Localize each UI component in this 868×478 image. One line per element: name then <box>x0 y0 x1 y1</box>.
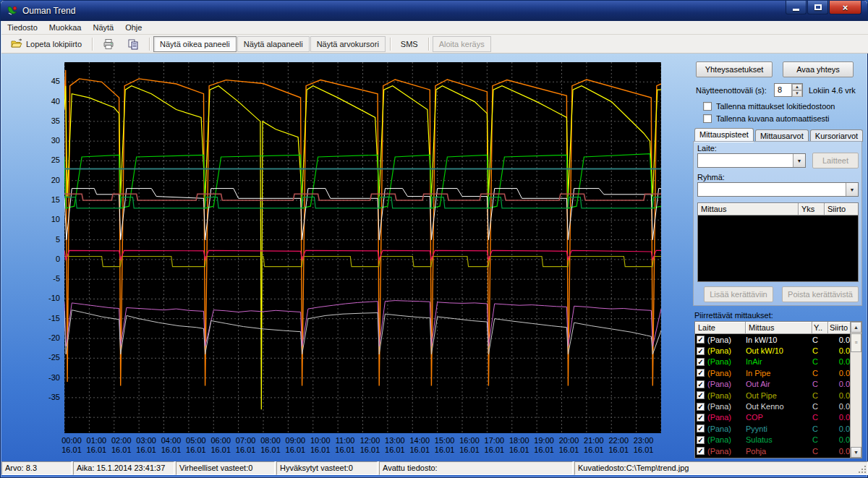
status-bar: Arvo: 8.3 Aika: 15.1.2014 23:41:37 Virhe… <box>1 461 868 475</box>
sms-button[interactable]: SMS <box>394 36 425 52</box>
row-checkbox[interactable]: ✓ <box>697 347 705 355</box>
connection-settings-label: Yhteysasetukset <box>705 65 764 74</box>
row-measurement: Pohja <box>746 447 812 456</box>
stepper-down-icon[interactable]: ▼ <box>792 90 802 97</box>
row-checkbox[interactable]: ✓ <box>697 380 705 388</box>
resize-grip[interactable] <box>858 465 867 474</box>
plotted-measurement-row[interactable]: ✓(Pana)InAirC0.0 <box>695 357 850 367</box>
row-checkbox[interactable]: ✓ <box>697 424 705 432</box>
row-unit: C <box>812 346 828 355</box>
toggle-right-panel-label: Näytä oikea paneeli <box>160 40 230 48</box>
save-image-label: Tallenna kuvana automaattisesti <box>716 114 830 123</box>
chevron-down-icon[interactable]: ▼ <box>793 154 805 167</box>
add-to-collected-label: Lisää kerättäviin <box>710 290 767 299</box>
row-device: (Pana) <box>707 413 731 422</box>
group-combobox-value <box>698 183 846 196</box>
row-checkbox[interactable]: ✓ <box>697 414 705 422</box>
save-log-label: Tallenna mittaukset lokitiedostoon <box>716 102 835 111</box>
add-to-collected-button: Lisää kerättäviin <box>704 286 773 302</box>
y-tick-label: 35 <box>2 116 60 125</box>
row-checkbox[interactable]: ✓ <box>697 447 705 455</box>
scroll-up-icon[interactable]: ▲ <box>851 322 861 333</box>
plotted-measurements-table[interactable]: Laite Mittaus Y.. Siirto ✓(Pana)In kW/10… <box>694 321 862 458</box>
available-measurements-table[interactable]: Mittaus Yks Siirto <box>697 202 859 282</box>
toggle-right-panel-button[interactable]: Näytä oikea paneeli <box>153 36 237 52</box>
row-shift: 0.0 <box>828 380 850 388</box>
tab-kursoriarvot[interactable]: Kursoriarvot <box>810 129 863 142</box>
row-shift: 0.0 <box>828 391 850 400</box>
row-checkbox[interactable]: ✓ <box>697 369 705 377</box>
toggle-bottom-panel-button[interactable]: Näytä alapaneeli <box>237 36 310 52</box>
plotted-measurement-row[interactable]: ✓(Pana)In PipeC0.0 <box>695 367 850 378</box>
row-unit: C <box>812 447 828 456</box>
y-tick-label: 30 <box>2 136 60 145</box>
stop-log-button[interactable]: Lopeta lokipiirto <box>4 36 88 52</box>
chevron-down-icon[interactable]: ▼ <box>846 183 858 196</box>
copy-button[interactable] <box>121 36 145 52</box>
status-ok-responses: Hyväksytyt vasteet:0 <box>276 461 378 475</box>
menu-ohje[interactable]: Ohje <box>119 22 148 33</box>
status-opened-file: Avattu tiedosto: <box>379 461 573 475</box>
tab-mittauspisteet[interactable]: Mittauspisteet <box>694 128 754 142</box>
save-image-checkbox-row: Tallenna kuvana automaattisesti <box>703 114 830 123</box>
devices-button: Laitteet <box>812 153 859 168</box>
plotted-measurement-row[interactable]: ✓(Pana)PyyntiC0.0 <box>695 423 850 434</box>
y-tick-label: -30 <box>2 373 60 382</box>
plotted-measurement-row[interactable]: ✓(Pana)Out KennoC0.0 <box>695 401 850 411</box>
connection-settings-button[interactable]: Yhteysasetukset <box>696 61 773 77</box>
plotted-measurement-row[interactable]: ✓(Pana)PohjaC0.0 <box>695 445 850 456</box>
stepper-up-icon[interactable]: ▲ <box>792 84 802 90</box>
row-checkbox[interactable]: ✓ <box>697 436 705 444</box>
start-collect-button: Aloita keräys <box>433 36 491 52</box>
toggle-value-cursor-button[interactable]: Näytä arvokursori <box>310 36 386 52</box>
save-image-checkbox[interactable] <box>703 114 712 123</box>
y-tick-label: -35 <box>2 393 60 401</box>
y-tick-label: 5 <box>2 235 60 244</box>
row-unit: C <box>812 380 828 388</box>
y-tick-label: 20 <box>2 176 60 184</box>
row-unit: C <box>812 435 828 444</box>
toolbar-separator <box>149 38 150 51</box>
menu-muokkaa[interactable]: Muokkaa <box>43 22 88 33</box>
maximize-button[interactable] <box>807 1 828 14</box>
plotted-measurement-row[interactable]: ✓(Pana)In kW/10C0.0 <box>695 334 850 345</box>
sample-interval-label: Näytteenottoväli (s): <box>696 86 767 95</box>
col-header-mittaus: Mittaus <box>746 322 812 334</box>
minimize-icon <box>793 9 799 11</box>
measurement-points-tab-panel: Laite: ▼ Laitteet Ryhmä: ▼ Mittaus Yks S… <box>693 141 862 306</box>
y-tick-label: 45 <box>2 77 60 85</box>
x-tick-time: 23:00 <box>628 436 660 445</box>
menu-nayta[interactable]: Näytä <box>87 22 119 33</box>
group-combobox[interactable]: ▼ <box>697 182 859 197</box>
plotted-measurement-row[interactable]: ✓(Pana)Out AirC0.0 <box>695 379 850 390</box>
row-checkbox[interactable]: ✓ <box>697 403 705 411</box>
close-button[interactable]: × <box>829 1 861 14</box>
open-connection-button[interactable]: Avaa yhteys <box>783 61 854 77</box>
row-shift: 0.0 <box>828 346 850 355</box>
menu-tiedosto[interactable]: Tiedosto <box>1 22 43 33</box>
scrollbar-thumb[interactable]: ≡ <box>851 333 861 352</box>
col-header-yks: Y.. <box>812 322 828 334</box>
tab-mittausarvot[interactable]: Mittausarvot <box>755 129 809 142</box>
plotted-measurement-row[interactable]: ✓(Pana)COPC0.0 <box>695 412 850 423</box>
plotted-measurement-row[interactable]: ✓(Pana)SulatusC0.0 <box>695 435 850 445</box>
row-checkbox[interactable]: ✓ <box>697 358 705 366</box>
trend-chart[interactable] <box>64 62 661 433</box>
scroll-down-icon[interactable]: ▼ <box>851 447 861 458</box>
row-measurement: In Pipe <box>746 369 812 377</box>
row-checkbox[interactable]: ✓ <box>697 391 705 399</box>
device-combobox[interactable]: ▼ <box>697 153 806 168</box>
y-tick-label: -25 <box>2 353 60 362</box>
plotted-table-scrollbar[interactable]: ▲ ≡ ▼ <box>850 322 861 458</box>
plotted-measurement-row[interactable]: ✓(Pana)Out kW/10C0.0 <box>695 345 850 356</box>
print-button[interactable] <box>96 36 121 52</box>
save-log-checkbox[interactable] <box>703 102 712 111</box>
toolbar-separator <box>390 38 391 51</box>
sample-interval-stepper[interactable]: 8 ▲ ▼ <box>774 83 803 97</box>
maximize-icon <box>814 4 822 10</box>
group-label: Ryhmä: <box>697 173 725 182</box>
plotted-measurement-row[interactable]: ✓(Pana)Out PipeC0.0 <box>695 390 850 401</box>
minimize-button[interactable] <box>786 1 807 14</box>
row-checkbox[interactable]: ✓ <box>697 336 705 343</box>
row-unit: C <box>812 369 828 377</box>
